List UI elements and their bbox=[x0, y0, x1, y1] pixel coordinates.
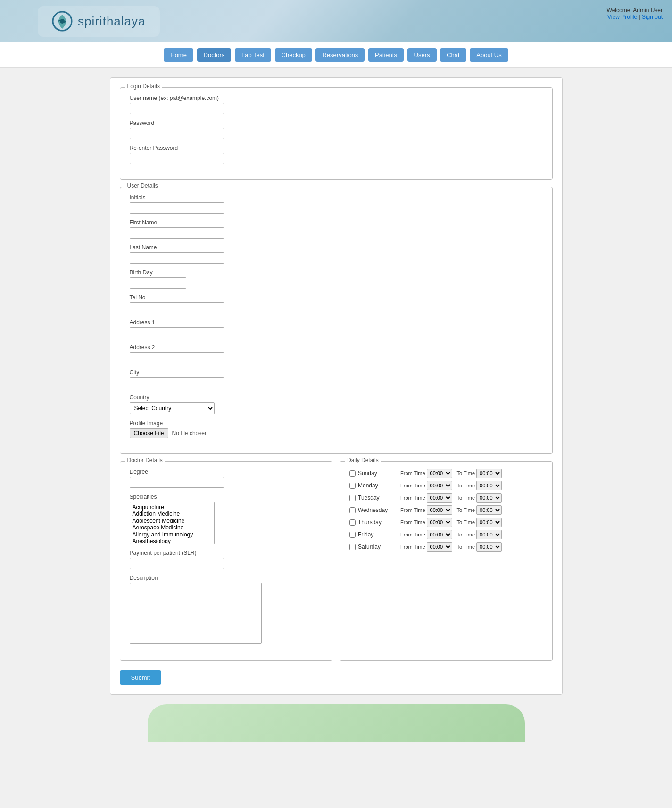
last-name-input[interactable] bbox=[130, 252, 224, 264]
saturday-from-select[interactable]: 00:0001:0006:0008:0012:00 bbox=[427, 542, 452, 552]
user-details-legend: User Details bbox=[125, 182, 160, 189]
sunday-checkbox[interactable] bbox=[349, 470, 356, 477]
reenter-password-input[interactable] bbox=[130, 153, 224, 164]
specialties-group: Specialties Acupuncture Addiction Medici… bbox=[130, 494, 323, 544]
wednesday-from-label: From Time bbox=[400, 507, 425, 513]
tuesday-to-label: To Time bbox=[457, 495, 475, 501]
sunday-to-select[interactable]: 00:0001:0002:0006:0008:0012:0018:00 bbox=[476, 469, 502, 478]
tuesday-checkbox[interactable] bbox=[349, 495, 356, 501]
wednesday-to-label: To Time bbox=[457, 507, 475, 513]
tuesday-from-select[interactable]: 00:0001:0006:0008:0012:00 bbox=[427, 493, 452, 503]
user-details-section: User Details Initials First Name Last Na… bbox=[120, 187, 553, 454]
saturday-to-select[interactable]: 00:0001:0006:0008:0012:00 bbox=[476, 542, 502, 552]
monday-to-select[interactable]: 00:0001:0006:0008:0012:00 bbox=[476, 481, 502, 490]
first-name-input[interactable] bbox=[130, 227, 224, 239]
payment-label: Payment per patient (SLR) bbox=[130, 550, 323, 556]
tuesday-to-select[interactable]: 00:0001:0006:0008:0012:00 bbox=[476, 493, 502, 503]
reenter-label: Re-enter Password bbox=[130, 145, 543, 151]
logo-area: spirithalaya bbox=[38, 6, 160, 37]
address1-group: Address 1 bbox=[130, 319, 543, 338]
tuesday-label: Tuesday bbox=[358, 495, 400, 501]
birth-day-input[interactable] bbox=[130, 277, 186, 289]
degree-input[interactable] bbox=[130, 477, 224, 488]
saturday-from-label: From Time bbox=[400, 544, 425, 550]
monday-checkbox[interactable] bbox=[349, 483, 356, 489]
wednesday-row: Wednesday From Time 00:0001:0006:0008:00… bbox=[349, 505, 543, 515]
profile-image-label: Profile Image bbox=[130, 420, 543, 427]
friday-to-label: To Time bbox=[457, 532, 475, 537]
saturday-to-label: To Time bbox=[457, 544, 475, 550]
friday-checkbox[interactable] bbox=[349, 532, 356, 538]
wednesday-from-select[interactable]: 00:0001:0006:0008:0012:00 bbox=[427, 505, 452, 515]
initials-group: Initials bbox=[130, 194, 543, 214]
choose-file-button[interactable]: Choose File bbox=[130, 428, 168, 438]
nav-chat[interactable]: Chat bbox=[440, 48, 466, 62]
profile-image-group: Profile Image Choose File No file chosen bbox=[130, 420, 543, 438]
tel-no-input[interactable] bbox=[130, 302, 224, 313]
address2-label: Address 2 bbox=[130, 344, 543, 351]
description-group: Description bbox=[130, 575, 323, 645]
sunday-from-group: From Time 00:0001:0002:0006:0008:0012:00… bbox=[400, 469, 452, 478]
nav-users[interactable]: Users bbox=[407, 48, 437, 62]
sunday-label: Sunday bbox=[358, 470, 400, 477]
username-label: User name (ex: pat@example.com) bbox=[130, 95, 543, 101]
wednesday-to-group: To Time 00:0001:0006:0008:0012:00 bbox=[457, 505, 502, 515]
wednesday-to-select[interactable]: 00:0001:0006:0008:0012:00 bbox=[476, 505, 502, 515]
sunday-from-label: From Time bbox=[400, 470, 425, 476]
login-details-legend: Login Details bbox=[125, 83, 162, 90]
thursday-to-select[interactable]: 00:0001:0006:0008:0012:00 bbox=[476, 518, 502, 527]
country-group: Country Select Country Afghanistan Alban… bbox=[130, 394, 543, 414]
monday-from-select[interactable]: 00:0001:0006:0008:0012:00 bbox=[427, 481, 452, 490]
submit-button[interactable]: Submit bbox=[120, 670, 161, 685]
nav-lab-test[interactable]: Lab Test bbox=[235, 48, 271, 62]
footer-decoration bbox=[148, 704, 525, 742]
nav-patients[interactable]: Patients bbox=[368, 48, 404, 62]
password-input[interactable] bbox=[130, 128, 224, 139]
first-name-label: First Name bbox=[130, 219, 543, 226]
thursday-from-select[interactable]: 00:0001:0006:0008:0012:00 bbox=[427, 518, 452, 527]
monday-from-group: From Time 00:0001:0006:0008:0012:00 bbox=[400, 481, 452, 490]
navigation: Home Doctors Lab Test Checkup Reservatio… bbox=[0, 42, 672, 68]
username-input[interactable] bbox=[130, 103, 224, 114]
header: spirithalaya Welcome, Admin User View Pr… bbox=[0, 0, 672, 42]
sunday-from-select[interactable]: 00:0001:0002:0006:0008:0012:0018:00 bbox=[427, 469, 452, 478]
saturday-label: Saturday bbox=[358, 544, 400, 550]
nav-reservations[interactable]: Reservations bbox=[315, 48, 365, 62]
tuesday-to-group: To Time 00:0001:0006:0008:0012:00 bbox=[457, 493, 502, 503]
view-profile-link[interactable]: View Profile bbox=[607, 14, 637, 20]
wednesday-checkbox[interactable] bbox=[349, 507, 356, 513]
sign-out-link[interactable]: Sign out bbox=[642, 14, 663, 20]
thursday-checkbox[interactable] bbox=[349, 519, 356, 526]
friday-from-label: From Time bbox=[400, 532, 425, 537]
nav-doctors[interactable]: Doctors bbox=[197, 48, 232, 62]
address1-label: Address 1 bbox=[130, 319, 543, 326]
address2-input[interactable] bbox=[130, 352, 224, 363]
user-info: Welcome, Admin User View Profile | Sign … bbox=[607, 7, 663, 20]
nav-about-us[interactable]: About Us bbox=[470, 48, 508, 62]
address1-input[interactable] bbox=[130, 327, 224, 338]
birth-day-group: Birth Day bbox=[130, 269, 543, 289]
saturday-checkbox[interactable] bbox=[349, 544, 356, 550]
file-name-text: No file chosen bbox=[172, 430, 208, 437]
sunday-to-group: To Time 00:0001:0002:0006:0008:0012:0018… bbox=[457, 469, 502, 478]
sunday-to-label: To Time bbox=[457, 470, 475, 476]
doctor-details-legend: Doctor Details bbox=[125, 457, 165, 463]
initials-label: Initials bbox=[130, 194, 543, 201]
last-name-group: Last Name bbox=[130, 244, 543, 264]
nav-checkup[interactable]: Checkup bbox=[275, 48, 312, 62]
nav-home[interactable]: Home bbox=[164, 48, 193, 62]
monday-to-group: To Time 00:0001:0006:0008:0012:00 bbox=[457, 481, 502, 490]
country-select[interactable]: Select Country Afghanistan Albania Alger… bbox=[130, 402, 215, 414]
city-input[interactable] bbox=[130, 377, 224, 388]
specialties-listbox[interactable]: Acupuncture Addiction Medicine Adolescen… bbox=[130, 502, 215, 544]
initials-input[interactable] bbox=[130, 202, 224, 214]
monday-row: Monday From Time 00:0001:0006:0008:0012:… bbox=[349, 481, 543, 490]
welcome-text: Welcome, Admin User bbox=[607, 7, 663, 14]
friday-to-select[interactable]: 00:0001:0006:0008:0012:00 bbox=[476, 530, 502, 539]
payment-input[interactable] bbox=[130, 558, 224, 569]
thursday-label: Thursday bbox=[358, 519, 400, 526]
friday-from-select[interactable]: 00:0001:0006:0008:0012:00 bbox=[427, 530, 452, 539]
description-label: Description bbox=[130, 575, 323, 581]
description-textarea[interactable] bbox=[130, 583, 262, 644]
main-content: Login Details User name (ex: pat@example… bbox=[110, 77, 563, 695]
